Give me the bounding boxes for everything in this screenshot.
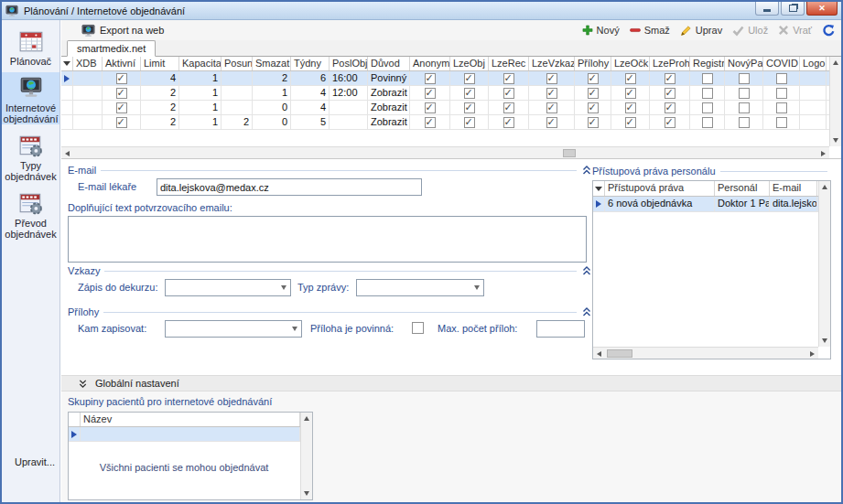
orders-vscrollbar[interactable]: [829, 57, 841, 146]
cell-checkbox[interactable]: [739, 88, 750, 99]
tab-smartmedix-net[interactable]: smartmedix.net: [67, 40, 156, 57]
orders-row[interactable]: 211412:00Zobrazit: [61, 86, 841, 101]
cell-checkbox[interactable]: [425, 117, 436, 128]
sidebar-item-planovac[interactable]: Plánovač: [2, 26, 59, 67]
collapse-chevron-icon[interactable]: [581, 306, 592, 317]
cell-checkbox[interactable]: [425, 73, 436, 84]
scroll-up-arrow[interactable]: [300, 413, 312, 424]
cell-checkbox[interactable]: [625, 73, 636, 84]
cell-checkbox[interactable]: [776, 73, 787, 84]
collapse-chevron-icon[interactable]: [581, 165, 592, 176]
cell-checkbox[interactable]: [588, 102, 599, 113]
cell-checkbox[interactable]: [546, 73, 557, 84]
cell-checkbox[interactable]: [503, 102, 514, 113]
cell-checkbox[interactable]: [425, 88, 436, 99]
cell-checkbox[interactable]: [546, 88, 557, 99]
filter-icon[interactable]: [593, 181, 605, 196]
confirmation-text-area[interactable]: [68, 216, 587, 263]
cell-checkbox[interactable]: [546, 117, 557, 128]
cell-checkbox[interactable]: [464, 117, 475, 128]
column-header-13[interactable]: LzeVzkaz: [529, 57, 575, 70]
cell-checkbox[interactable]: [116, 102, 127, 113]
scroll-left-arrow[interactable]: [593, 348, 605, 359]
scroll-thumb[interactable]: [607, 349, 632, 358]
delete-button[interactable]: Smaž: [630, 25, 670, 36]
cell-checkbox[interactable]: [702, 102, 713, 113]
scroll-left-arrow[interactable]: [61, 147, 73, 159]
column-header-9[interactable]: Důvod: [368, 57, 410, 70]
cell-checkbox[interactable]: [546, 102, 557, 113]
column-header-15[interactable]: LzeOčk: [611, 57, 650, 70]
column-header-12[interactable]: LzeRec: [489, 57, 529, 70]
cell-checkbox[interactable]: [702, 88, 713, 99]
global-settings-bar[interactable]: Globální nastavení: [61, 375, 841, 391]
column-header-8[interactable]: PoslObj: [330, 57, 368, 70]
sidebar-item-typy-objednavek[interactable]: Typy objednávek: [2, 130, 59, 182]
column-header-6[interactable]: Smazat: [253, 57, 291, 70]
column-header-1[interactable]: Přístupová práva: [605, 181, 715, 196]
scroll-down-arrow[interactable]: [818, 335, 830, 347]
max-attachments-input[interactable]: [536, 320, 585, 338]
column-header-7[interactable]: Týdny: [291, 57, 330, 70]
cell-checkbox[interactable]: [739, 117, 750, 128]
scroll-down-arrow[interactable]: [829, 134, 841, 146]
scroll-right-arrow[interactable]: [817, 147, 829, 159]
column-header-1[interactable]: XDB: [73, 57, 103, 70]
access-rights-row[interactable]: 6 nová objednávkaDoktor 1 Pavdita.lejsko: [593, 197, 830, 212]
minimize-button[interactable]: [755, 2, 779, 16]
cell-checkbox[interactable]: [503, 117, 514, 128]
cell-checkbox[interactable]: [425, 102, 436, 113]
close-button[interactable]: ✕: [806, 2, 838, 16]
cell-checkbox[interactable]: [116, 88, 127, 99]
column-header-17[interactable]: Registr: [690, 57, 725, 70]
cell-checkbox[interactable]: [665, 102, 675, 113]
save-button[interactable]: Ulož: [732, 25, 768, 37]
attachment-required-checkbox[interactable]: [412, 322, 424, 334]
access-rights-vscrollbar[interactable]: [818, 181, 830, 347]
scroll-up-arrow[interactable]: [829, 57, 841, 69]
column-header-2[interactable]: Aktivní: [103, 57, 141, 70]
patient-groups-vscrollbar[interactable]: [300, 413, 312, 499]
cell-checkbox[interactable]: [625, 88, 636, 99]
column-header-3[interactable]: Limit: [141, 57, 179, 70]
column-header-4[interactable]: Kapacita: [179, 57, 222, 70]
column-header-5[interactable]: Posun: [222, 57, 253, 70]
cell-checkbox[interactable]: [702, 117, 713, 128]
revert-button[interactable]: Vrať: [778, 25, 812, 36]
cell-checkbox[interactable]: [665, 88, 675, 99]
cell-checkbox[interactable]: [625, 117, 636, 128]
cell-checkbox[interactable]: [739, 73, 750, 84]
column-header-3[interactable]: E-mail: [770, 181, 817, 196]
cell-checkbox[interactable]: [503, 73, 514, 84]
orders-row[interactable]: 2104Zobrazit: [61, 101, 841, 115]
cell-checkbox[interactable]: [776, 117, 787, 128]
sidebar-edit-link[interactable]: Upravit...: [15, 456, 55, 467]
export-to-web-button[interactable]: Export na web: [81, 24, 164, 38]
column-header-18[interactable]: NovýPac: [725, 57, 763, 70]
cell-checkbox[interactable]: [116, 73, 127, 84]
patient-groups-row[interactable]: [69, 427, 312, 442]
dekurz-select[interactable]: [165, 279, 291, 296]
column-header-20[interactable]: Logo: [800, 57, 827, 70]
sidebar-item-prevod-objednavek[interactable]: Převod objednávek: [2, 188, 59, 240]
scroll-right-arrow[interactable]: [806, 348, 818, 359]
message-type-select[interactable]: [356, 279, 484, 296]
column-header-16[interactable]: LzeProh: [650, 57, 690, 70]
cell-checkbox[interactable]: [739, 102, 750, 113]
maximize-button[interactable]: [781, 2, 805, 16]
cell-checkbox[interactable]: [464, 102, 475, 113]
cell-checkbox[interactable]: [116, 117, 127, 128]
column-header-1[interactable]: Název: [81, 413, 300, 426]
refresh-button[interactable]: [822, 24, 836, 38]
cell-checkbox[interactable]: [588, 88, 599, 99]
access-rights-hscrollbar[interactable]: [593, 347, 818, 359]
column-header-19[interactable]: COVID: [763, 57, 800, 70]
cell-checkbox[interactable]: [776, 88, 787, 99]
orders-hscrollbar[interactable]: [61, 146, 829, 158]
column-header-11[interactable]: LzeObj: [450, 57, 489, 70]
cell-checkbox[interactable]: [464, 88, 475, 99]
attachment-target-select[interactable]: [165, 320, 302, 338]
cell-checkbox[interactable]: [665, 117, 675, 128]
scroll-up-arrow[interactable]: [818, 181, 830, 193]
scroll-down-arrow[interactable]: [300, 488, 312, 499]
